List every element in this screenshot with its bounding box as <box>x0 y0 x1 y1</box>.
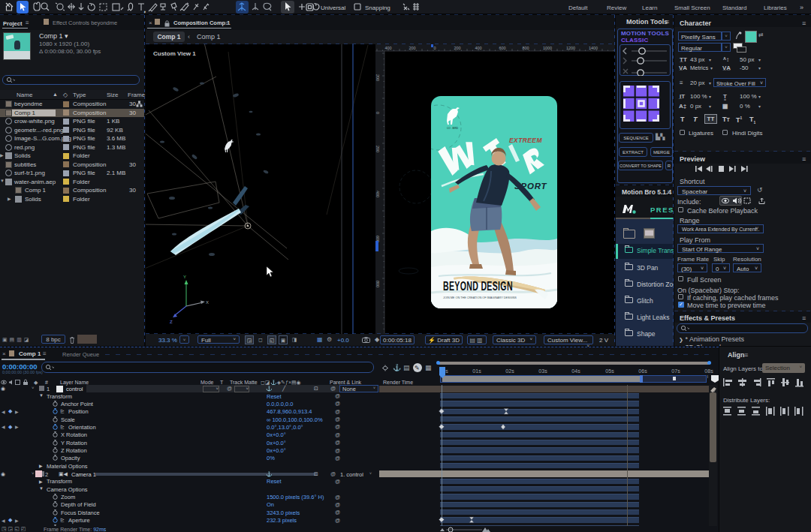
svg-text:400: 400 <box>475 46 481 50</box>
svg-text:EXTREEM: EXTREEM <box>509 137 542 144</box>
svg-text:X: X <box>206 300 209 305</box>
svg-text:Y: Y <box>183 275 186 279</box>
svg-text:Libraries: Libraries <box>764 5 787 11</box>
svg-text:Review: Review <box>607 5 626 11</box>
svg-text:800: 800 <box>522 46 529 50</box>
svg-text:1400: 1400 <box>589 46 598 50</box>
svg-text:800: 800 <box>375 281 380 287</box>
svg-text:200: 200 <box>409 46 415 50</box>
svg-text:JOIN ME ON THE CREATION OF IMA: JOIN ME ON THE CREATION OF IMAGINARY DES… <box>443 296 517 299</box>
svg-text:Small Screen: Small Screen <box>674 5 710 11</box>
svg-text:,: , <box>144 8 146 13</box>
svg-text:»: » <box>800 4 803 11</box>
svg-text:Standard: Standard <box>722 5 746 11</box>
svg-text:400: 400 <box>384 46 391 50</box>
svg-text:600: 600 <box>499 46 505 50</box>
svg-text:Universal: Universal <box>321 5 346 11</box>
svg-text:CO . BIRD: CO . BIRD <box>447 127 459 130</box>
svg-text:0: 0 <box>375 112 380 114</box>
svg-text:200: 200 <box>375 146 380 152</box>
svg-text:Z: Z <box>170 320 173 324</box>
svg-text:BEYOND DESIGN: BEYOND DESIGN <box>443 280 513 293</box>
svg-text:Default: Default <box>568 5 588 11</box>
svg-text:200: 200 <box>375 74 380 81</box>
svg-text:Snapping: Snapping <box>365 5 390 11</box>
svg-text:Learn: Learn <box>642 5 657 11</box>
svg-text:1000: 1000 <box>543 46 552 50</box>
svg-text:1200: 1200 <box>566 46 575 50</box>
svg-text:200: 200 <box>454 46 460 50</box>
svg-text:0: 0 <box>433 46 436 50</box>
svg-text:400: 400 <box>375 191 380 197</box>
